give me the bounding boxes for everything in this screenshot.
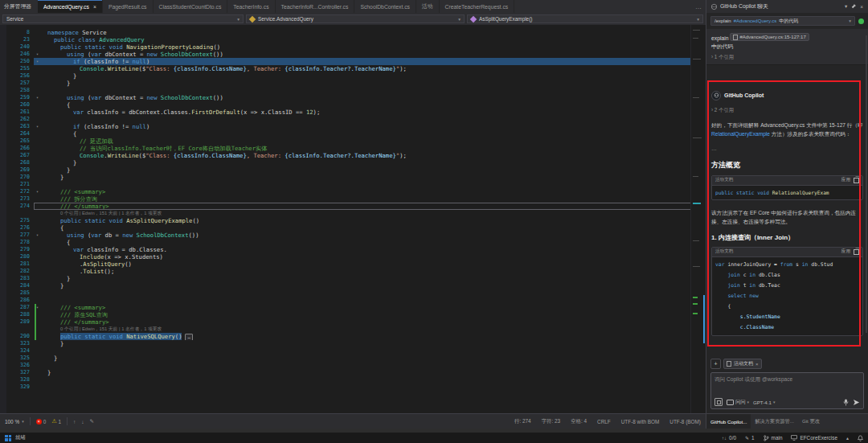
error-indicator[interactable]: 0 xyxy=(36,419,47,425)
code-line: 285 xyxy=(6,289,691,297)
scrollbar-thumb[interactable] xyxy=(703,295,705,343)
navigation-bar: Service ▾ Service.AdvancedQuery ▾ AsSpli… xyxy=(0,13,706,25)
git-repo[interactable]: EFCoreExercise xyxy=(791,435,837,441)
editor-tab[interactable]: AdvancedQuery.cs× xyxy=(38,0,103,13)
editor-tab[interactable]: TeacherInfoR...Controller.cs xyxy=(276,0,355,13)
fold-marker[interactable]: ▾ xyxy=(34,94,41,101)
code-line: 250▾if (classInfo != null) xyxy=(6,58,691,65)
code-line: 290public static void NativeSQLQuery()… xyxy=(6,333,691,340)
remove-context-icon[interactable]: × xyxy=(755,362,759,367)
code-line: 264{ xyxy=(6,130,691,137)
code-line: 259▾using (var dbContext = new SchoolDbC… xyxy=(6,94,691,101)
apply-button[interactable]: 应用 xyxy=(841,177,850,183)
zoom-dropdown[interactable]: 100 % ▾ xyxy=(5,419,24,425)
tab-overflow-button[interactable]: … xyxy=(691,0,706,13)
attach-icon[interactable] xyxy=(714,398,723,406)
editor-tab[interactable]: CreateTeacherRequest.cs xyxy=(440,0,515,13)
edit-icon[interactable]: ✎ xyxy=(90,418,94,425)
code-line: 262 xyxy=(6,116,691,123)
scrollbar-minimap[interactable] xyxy=(690,25,706,413)
editor-tab[interactable]: PagedResult.cs xyxy=(103,0,154,13)
chat-scrollbar[interactable] xyxy=(866,35,867,333)
pin-icon[interactable] xyxy=(850,4,857,9)
add-context-button[interactable]: + xyxy=(710,359,721,369)
line-number: 288 xyxy=(6,311,34,318)
file-reference-chip[interactable]: #AdvancedQuery.cs:15-127:17 xyxy=(730,33,809,41)
git-branch[interactable]: main xyxy=(764,435,783,441)
eol-indicator: CRLF xyxy=(597,419,611,425)
editor-tab[interactable]: ClassStudentCountDto.cs xyxy=(154,0,228,13)
chevron-down-icon[interactable]: ▾ xyxy=(844,3,848,10)
pending-changes[interactable]: ✎ 1 xyxy=(745,435,755,441)
sync-arrows-icon: ↑↓ xyxy=(722,436,727,441)
panel-tab[interactable]: 解决方案资源管... xyxy=(751,414,797,429)
method-link[interactable]: RelationalQueryExample xyxy=(711,131,770,137)
code-line: 277▾using (var db = new SchoolDbContext(… xyxy=(6,232,691,239)
mode-dropdown[interactable]: 问问 ▾ xyxy=(727,399,749,406)
code-line: 329 xyxy=(6,384,691,391)
references-toggle[interactable]: › 2 个引用 xyxy=(711,107,863,114)
send-button[interactable] xyxy=(853,399,860,406)
close-icon[interactable]: × xyxy=(859,4,864,10)
type-dropdown[interactable]: Service.AdvancedQuery ▾ xyxy=(246,14,465,23)
member-dropdown[interactable]: AsSplitQueryExample() ▾ xyxy=(467,14,703,23)
editor-tab[interactable]: SchoolDbContext.cs xyxy=(354,0,416,13)
fold-marker[interactable]: ▾ xyxy=(34,232,41,239)
code-line: 274/// </summary> xyxy=(6,203,691,210)
code-line: 270} xyxy=(6,174,691,181)
line-number: 278 xyxy=(6,239,34,246)
references-toggle[interactable]: › 1 个引用 xyxy=(711,54,863,61)
nav-down-icon[interactable]: ↓ xyxy=(81,419,84,425)
codelens-row[interactable]: 0 个引用 | Edwin，151 天前 | 1 名作者，1 项更改 xyxy=(6,326,691,333)
editor-tab[interactable]: TeacherInfo.cs xyxy=(227,0,275,13)
fold-marker[interactable]: ▾ xyxy=(34,58,41,65)
code-line: 240public static void NavigationProperty… xyxy=(6,43,691,51)
tab-bar: 分屏管理器 AdvancedQuery.cs×PagedResult.csCla… xyxy=(0,0,706,13)
nav-up-icon[interactable]: ↑ xyxy=(73,419,76,425)
line-number: 270 xyxy=(6,174,34,181)
copy-icon[interactable] xyxy=(854,249,859,255)
copy-icon[interactable] xyxy=(854,178,859,183)
line-number: 240 xyxy=(6,43,34,51)
codelens-row[interactable]: 0 个引用 | Edwin，151 天前 | 1 名作者，1 项更改 xyxy=(6,210,691,217)
chevron-down-icon: ▾ xyxy=(773,400,776,404)
model-dropdown[interactable]: GPT-4.1 ▾ xyxy=(753,400,776,405)
mic-icon[interactable] xyxy=(843,399,849,406)
line-number: 329 xyxy=(6,384,34,391)
code-line: 256} xyxy=(6,72,691,80)
user-message-suffix: 中的代码 xyxy=(711,43,863,51)
fold-marker[interactable]: ▾ xyxy=(34,51,41,58)
line-number: 261 xyxy=(6,109,34,116)
chevron-up-icon[interactable]: ▴ xyxy=(846,435,849,441)
code-editor[interactable]: 8namespace Service23public class Advance… xyxy=(0,25,706,413)
window-label: 分屏管理器 xyxy=(0,0,38,13)
chevron-right-icon: › xyxy=(711,54,713,59)
fold-marker[interactable]: ▾ xyxy=(34,123,41,130)
panel-tab[interactable]: Git 更改 xyxy=(798,414,824,429)
context-chip[interactable]: 活动文档 × xyxy=(723,359,762,369)
sync-status[interactable]: ↑↓ 0/0 xyxy=(722,435,736,441)
panel-tab[interactable]: GitHub Copilot... xyxy=(706,414,751,429)
line-number: 274 xyxy=(6,203,34,210)
line-number: 256 xyxy=(6,72,34,80)
fold-marker[interactable]: ▾ xyxy=(34,188,41,195)
fold-marker[interactable]: ▾ xyxy=(34,304,41,311)
editor-tab[interactable]: 活动 xyxy=(416,0,440,13)
chat-input[interactable]: 询问 Copilot 或使用 @workspace 问问 ▾ GPT-4.1 ▾ xyxy=(710,372,864,409)
code-line: 278{ xyxy=(6,239,691,246)
warning-indicator[interactable]: ⚠ 1 xyxy=(51,418,61,425)
breakpoint-margin[interactable] xyxy=(0,25,6,413)
project-dropdown[interactable]: Service ▾ xyxy=(2,14,244,23)
copilot-icon xyxy=(710,3,718,10)
code-line: 263▾if (classInfo != null) xyxy=(6,123,691,130)
code-line: 258 xyxy=(6,87,691,94)
apply-button[interactable]: 应用 xyxy=(841,248,850,255)
code-line: 289/// </summary> xyxy=(6,318,691,326)
code-line: 286 xyxy=(6,297,691,304)
line-number: 262 xyxy=(6,116,34,123)
bell-icon[interactable] xyxy=(858,435,863,441)
close-tab-icon[interactable]: × xyxy=(93,4,96,10)
collapsed-region[interactable]: … xyxy=(185,334,192,340)
line-number: 272 xyxy=(6,188,34,195)
chat-history-dropdown[interactable]: /explain #AdvancedQuery.cs 中的代码 ▾ xyxy=(710,16,855,26)
